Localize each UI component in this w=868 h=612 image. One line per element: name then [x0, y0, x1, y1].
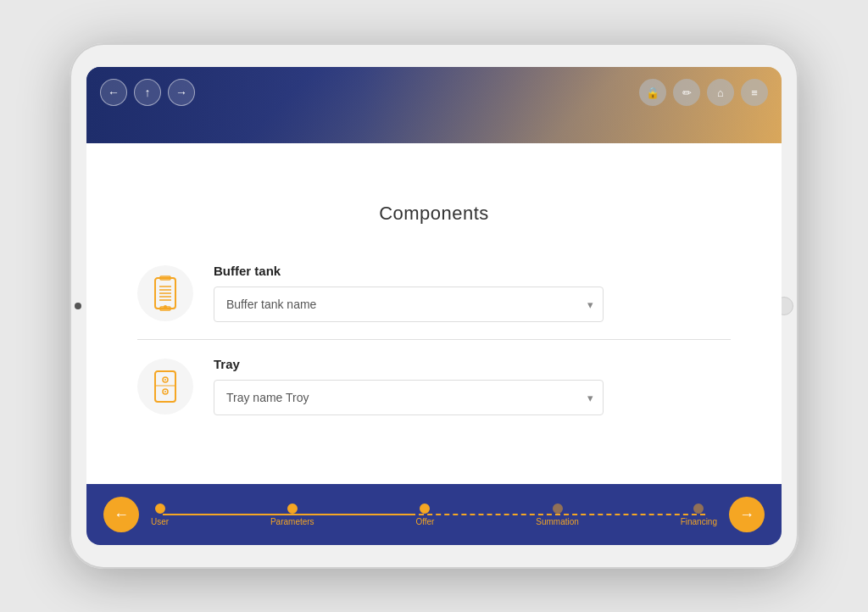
top-right-icons: 🔒 ✏ ⌂ ≡ [639, 79, 768, 106]
step-label-offer: Offer [415, 517, 434, 526]
up-arrow-icon: ↑ [145, 86, 151, 99]
step-parameters: Parameters [270, 504, 314, 526]
step-label-user: User [151, 517, 169, 526]
tray-row: Tray Tray name Troy Tray name [137, 339, 731, 432]
step-label-parameters: Parameters [270, 517, 314, 526]
buffer-tank-select[interactable]: Buffer tank name [214, 287, 604, 322]
tray-label: Tray [214, 357, 731, 371]
tray-select[interactable]: Tray name Troy Tray name [214, 380, 604, 415]
bottom-next-button[interactable]: → [729, 497, 765, 532]
svg-rect-9 [155, 371, 175, 402]
step-label-summation: Summation [536, 517, 579, 526]
buffer-tank-icon-wrap [137, 265, 193, 321]
bottom-prev-button[interactable]: ← [103, 497, 139, 532]
tablet-frame: ← ↑ → 🔒 ✏ ⌂ ≡ [70, 43, 798, 569]
nav-back-button[interactable]: ← [100, 79, 127, 106]
next-arrow-icon: → [739, 506, 754, 524]
step-dot-user [155, 504, 165, 514]
prev-arrow-icon: ← [114, 506, 129, 524]
step-dot-summation [553, 504, 563, 514]
step-summation: Summation [536, 504, 579, 526]
buffer-tank-row: Buffer tank Buffer tank name [137, 247, 731, 339]
tray-icon [148, 368, 182, 405]
lock-button[interactable]: 🔒 [639, 79, 666, 106]
tablet-dot-left [75, 303, 81, 309]
back-arrow-icon: ← [108, 86, 120, 99]
content-body: Buffer tank Buffer tank name [112, 238, 756, 484]
edit-icon: ✏ [682, 86, 692, 99]
nav-up-button[interactable]: ↑ [134, 79, 161, 106]
lock-icon: 🔒 [646, 86, 659, 99]
content-card: Components [112, 186, 756, 484]
menu-button[interactable]: ≡ [741, 79, 768, 106]
svg-point-13 [164, 391, 166, 392]
menu-icon: ≡ [751, 86, 758, 99]
progress-track: User Parameters Offer Summation Financin [139, 504, 729, 526]
step-dot-financing [693, 504, 704, 514]
page-title: Components [112, 186, 756, 238]
tray-info: Tray Tray name Troy Tray name [214, 357, 731, 415]
buffer-tank-icon [148, 275, 182, 312]
step-user: User [151, 504, 169, 526]
step-dot-offer [420, 504, 430, 514]
tray-icon-wrap [137, 359, 193, 414]
buffer-tank-dropdown-wrap: Buffer tank name [214, 287, 604, 322]
nav-forward-button[interactable]: → [168, 79, 195, 106]
bottom-nav: ← User Parameters Offer [86, 484, 782, 545]
step-label-financing: Financing [681, 517, 717, 526]
step-offer: Offer [415, 504, 434, 526]
home-button[interactable]: ⌂ [707, 79, 734, 106]
step-financing: Financing [681, 504, 717, 526]
nav-buttons: ← ↑ → [100, 79, 195, 106]
screen: ← ↑ → 🔒 ✏ ⌂ ≡ [86, 67, 782, 545]
buffer-tank-label: Buffer tank [214, 264, 731, 278]
forward-arrow-icon: → [175, 86, 187, 99]
step-dot-parameters [287, 504, 298, 514]
home-icon: ⌂ [717, 86, 724, 99]
tray-dropdown-wrap: Tray name Troy Tray name [214, 380, 604, 415]
svg-point-11 [164, 379, 166, 381]
screen-header: ← ↑ → 🔒 ✏ ⌂ ≡ [86, 67, 782, 143]
buffer-tank-info: Buffer tank Buffer tank name [214, 264, 731, 322]
svg-point-8 [164, 305, 167, 309]
edit-button[interactable]: ✏ [673, 79, 700, 106]
